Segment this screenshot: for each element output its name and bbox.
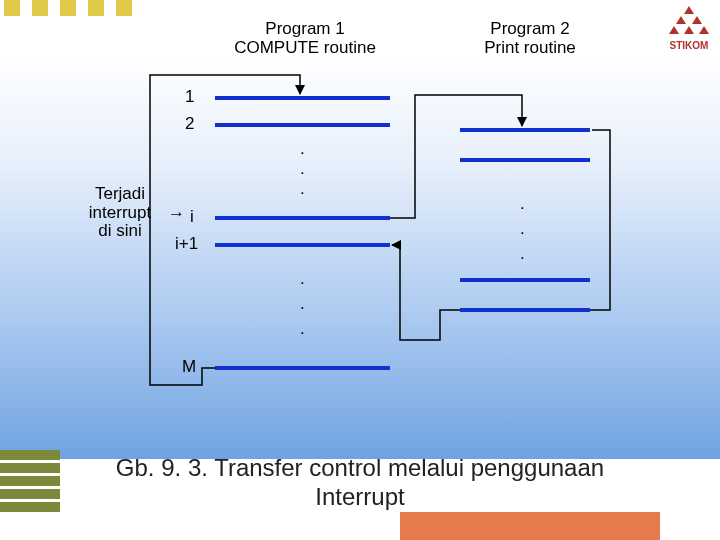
svg-marker-2	[692, 16, 702, 24]
svg-marker-1	[676, 16, 686, 24]
svg-marker-3	[669, 26, 679, 34]
decor-top-squares	[4, 0, 132, 16]
diagram-lines	[90, 20, 650, 440]
svg-marker-5	[699, 26, 709, 34]
svg-marker-0	[684, 6, 694, 14]
logo-text: STIKOM	[666, 40, 712, 51]
decor-bottom-bar	[400, 512, 660, 540]
interrupt-diagram: Program 1 COMPUTE routine Program 2 Prin…	[90, 20, 650, 440]
svg-marker-4	[684, 26, 694, 34]
figure-caption: Gb. 9. 3. Transfer control melalui pengg…	[0, 454, 720, 512]
logo-stikom: STIKOM	[666, 4, 712, 51]
slide: STIKOM Program 1 COMPUTE routine Program…	[0, 0, 720, 540]
